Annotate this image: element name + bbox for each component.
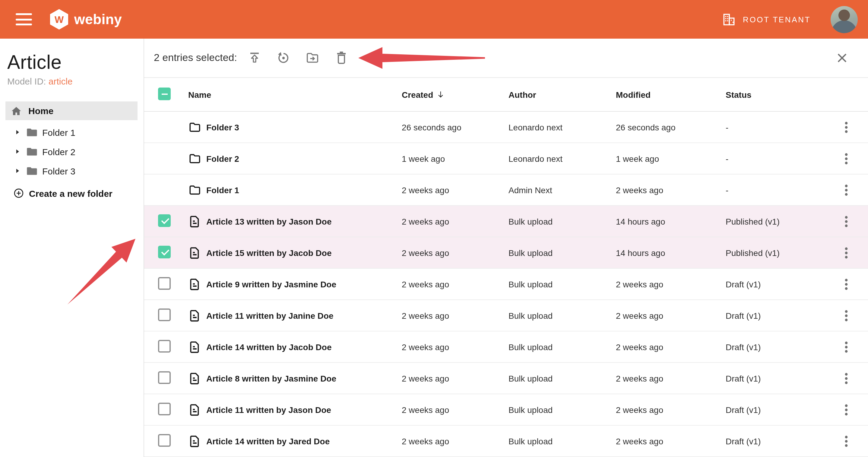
close-selection-button[interactable] [834, 50, 850, 66]
publish-icon [247, 51, 262, 65]
entry-name[interactable]: Article 13 written by Jason Doe [206, 217, 332, 226]
sidebar-item-home[interactable]: Home [5, 102, 137, 120]
table-body: Folder 3 26 seconds ago Leonardo next 26… [144, 112, 868, 457]
publish-button[interactable] [247, 50, 262, 66]
author-cell: Bulk upload [508, 279, 616, 289]
row-actions-menu-button[interactable] [839, 182, 854, 198]
tenant-selector[interactable]: ROOT TENANT [717, 11, 814, 27]
entry-name[interactable]: Folder 3 [206, 122, 239, 132]
row-checkbox[interactable] [158, 246, 171, 258]
modified-cell: 2 weeks ago [616, 405, 726, 415]
row-checkbox[interactable] [158, 371, 171, 384]
user-avatar[interactable] [831, 6, 858, 33]
expand-caret-icon[interactable] [14, 148, 21, 155]
folder-icon [25, 165, 38, 177]
entry-name[interactable]: Article 9 written by Jasmine Doe [206, 279, 336, 289]
document-icon [188, 403, 202, 416]
modified-cell: 2 weeks ago [616, 373, 726, 383]
row-checkbox[interactable] [158, 308, 171, 321]
table-row[interactable]: Article 11 written by Janine Doe 2 weeks… [144, 300, 868, 332]
entry-name[interactable]: Article 8 written by Jasmine Doe [206, 373, 336, 383]
move-to-folder-button[interactable] [305, 50, 320, 66]
entry-name[interactable]: Folder 1 [206, 185, 239, 195]
row-actions-menu-button[interactable] [839, 370, 854, 386]
entry-name[interactable]: Article 14 written by Jared Doe [206, 436, 330, 446]
trash-icon [334, 51, 349, 65]
webiny-brand[interactable]: W webiny [48, 8, 122, 30]
table-row[interactable]: Folder 2 1 week ago Leonardo next 1 week… [144, 143, 868, 174]
row-checkbox[interactable] [158, 214, 171, 227]
author-cell: Bulk upload [508, 217, 616, 226]
create-folder-button[interactable]: Create a new folder [0, 184, 116, 202]
row-actions-menu-button[interactable] [839, 339, 854, 355]
document-icon [188, 434, 202, 448]
table-row[interactable]: Folder 3 26 seconds ago Leonardo next 26… [144, 112, 868, 143]
row-actions-menu-button[interactable] [839, 308, 854, 323]
entry-name[interactable]: Article 15 written by Jacob Doe [206, 248, 332, 257]
expand-caret-icon[interactable] [14, 128, 21, 136]
sidebar-item-folder-2[interactable]: Folder 2 [0, 142, 144, 161]
table-row[interactable]: Article 14 written by Jared Doe 2 weeks … [144, 426, 868, 457]
menu-button[interactable] [16, 13, 32, 25]
status-cell: Draft (v1) [726, 436, 825, 446]
modified-cell: 2 weeks ago [616, 279, 726, 289]
unpublish-button[interactable] [276, 50, 291, 66]
bulk-action-icons [247, 50, 349, 66]
entry-name[interactable]: Article 14 written by Jacob Doe [206, 342, 332, 352]
row-checkbox[interactable] [158, 277, 171, 289]
folder-icon [188, 152, 202, 165]
status-cell: - [726, 122, 825, 132]
folder-tree: Folder 1 Folder 2 [0, 122, 144, 180]
webiny-logo-icon: W [48, 8, 70, 30]
row-checkbox[interactable] [158, 434, 171, 447]
tenant-label: ROOT TENANT [743, 15, 811, 24]
folder-label: Folder 2 [42, 146, 75, 156]
row-actions-menu-button[interactable] [839, 402, 854, 418]
row-checkbox[interactable] [158, 340, 171, 352]
table-row[interactable]: Article 11 written by Jason Doe 2 weeks … [144, 394, 868, 426]
sidebar-item-folder-1[interactable]: Folder 1 [0, 122, 144, 142]
select-all-checkbox[interactable] [158, 87, 171, 100]
author-cell: Bulk upload [508, 311, 616, 320]
folder-label: Folder 1 [42, 127, 75, 137]
modified-cell: 2 weeks ago [616, 311, 726, 320]
column-header-created[interactable]: Created [402, 90, 508, 99]
table-row[interactable]: Article 8 written by Jasmine Doe 2 weeks… [144, 363, 868, 394]
svg-text:W: W [55, 14, 64, 25]
sidebar-item-folder-3[interactable]: Folder 3 [0, 161, 144, 180]
row-checkbox[interactable] [158, 402, 171, 415]
document-icon [188, 277, 202, 291]
table-row[interactable]: Article 13 written by Jason Doe 2 weeks … [144, 206, 868, 237]
author-cell: Bulk upload [508, 248, 616, 257]
folder-label: Folder 3 [42, 166, 75, 176]
row-actions-menu-button[interactable] [839, 433, 854, 449]
sidebar: Article Model ID: article Home [0, 39, 144, 457]
expand-caret-icon[interactable] [14, 167, 21, 174]
row-actions-menu-button[interactable] [839, 245, 854, 260]
column-header-status[interactable]: Status [726, 90, 825, 99]
author-cell: Leonardo next [508, 122, 616, 132]
author-cell: Bulk upload [508, 373, 616, 383]
table-row[interactable]: Article 15 written by Jacob Doe 2 weeks … [144, 237, 868, 269]
column-header-modified[interactable]: Modified [616, 90, 726, 99]
model-id-label: Model ID: [7, 76, 46, 86]
created-cell: 2 weeks ago [402, 342, 508, 352]
column-header-name[interactable]: Name [183, 90, 402, 99]
row-actions-menu-button[interactable] [839, 276, 854, 292]
author-cell: Leonardo next [508, 154, 616, 163]
column-header-author[interactable]: Author [508, 90, 616, 99]
row-actions-menu-button[interactable] [839, 119, 854, 135]
row-actions-menu-button[interactable] [839, 213, 854, 229]
delete-button[interactable] [334, 50, 349, 66]
entry-name[interactable]: Folder 2 [206, 154, 239, 163]
table-row[interactable]: Folder 1 2 weeks ago Admin Next 2 weeks … [144, 174, 868, 206]
table-row[interactable]: Article 9 written by Jasmine Doe 2 weeks… [144, 269, 868, 300]
entry-name[interactable]: Article 11 written by Janine Doe [206, 311, 334, 320]
row-actions-menu-button[interactable] [839, 151, 854, 166]
document-icon [188, 340, 202, 353]
table-row[interactable]: Article 14 written by Jacob Doe 2 weeks … [144, 332, 868, 363]
top-header: W webiny [0, 0, 868, 39]
entry-name[interactable]: Article 11 written by Jason Doe [206, 405, 331, 415]
created-cell: 2 weeks ago [402, 279, 508, 289]
modified-cell: 2 weeks ago [616, 342, 726, 352]
